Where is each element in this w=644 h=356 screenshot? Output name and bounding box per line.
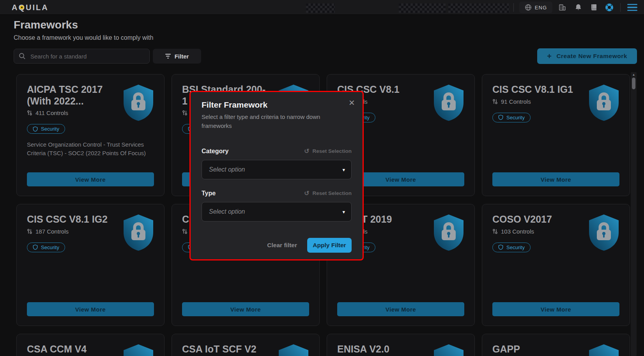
controls-icon (182, 228, 188, 234)
framework-card: ENISA V2.0 (327, 334, 475, 356)
search-box[interactable] (14, 49, 150, 64)
framework-card: CSA CCM V4 (16, 334, 165, 356)
view-more-button[interactable]: View More (27, 172, 154, 186)
top-bar: AQUILA ENG (0, 0, 644, 15)
framework-card: AICPA TSC 2017 (With 2022... 411 Control… (16, 74, 165, 196)
bell-icon (575, 4, 582, 11)
modal-title: Filter Framework (202, 100, 352, 110)
shield-outline-icon (498, 115, 503, 120)
shield-lock-icon (433, 344, 464, 356)
search-input[interactable] (30, 53, 145, 60)
search-icon (19, 53, 26, 60)
security-badge: Security (27, 124, 65, 134)
type-label: Type (202, 190, 216, 197)
chevron-down-icon: ▾ (342, 209, 345, 215)
shield-outline-icon (498, 244, 503, 250)
category-label: Category (202, 148, 228, 155)
shield-lock-icon (123, 84, 154, 122)
chevron-down-icon: ▾ (342, 167, 345, 173)
filter-icon (165, 54, 171, 58)
modal-subtitle: Select a filter type and criteria to nar… (202, 113, 352, 130)
shield-lock-icon (588, 84, 619, 122)
page-subtitle: Choose a framework you would like to com… (14, 34, 153, 41)
shield-lock-icon (123, 214, 154, 252)
controls-icon (182, 110, 188, 116)
view-more-button[interactable]: View More (27, 302, 154, 316)
organization-button[interactable] (555, 0, 570, 15)
logo-text: A (12, 3, 18, 12)
divider (620, 3, 621, 12)
security-badge: Security (492, 113, 531, 122)
divider (513, 3, 514, 12)
redacted-text-block (448, 4, 510, 13)
scrollbar[interactable]: ▲ (631, 72, 637, 356)
shield-lock-icon (433, 214, 464, 252)
scrollbar-thumb[interactable] (632, 78, 635, 89)
page-title: Frameworks (14, 19, 78, 31)
undo-icon: ↺ (304, 190, 309, 197)
framework-card: CIS CSC V8.1 IG1 91 Controls Security Vi… (482, 74, 630, 196)
type-select[interactable]: Select option ▾ (202, 202, 352, 221)
hamburger-icon (627, 4, 637, 5)
redacted-text-block (399, 4, 446, 13)
lifebuoy-icon (605, 3, 614, 12)
security-badge: Security (27, 243, 65, 252)
building-icon (559, 4, 566, 11)
controls-icon (27, 110, 32, 116)
view-more-button[interactable]: View More (337, 302, 464, 316)
language-label: ENG (535, 5, 547, 11)
shield-lock-icon (588, 214, 619, 252)
redacted-text-block (306, 4, 335, 13)
shield-outline-icon (33, 244, 38, 250)
view-more-button[interactable]: View More (182, 302, 309, 316)
framework-card: CSA IoT SCF V2 (172, 334, 320, 356)
support-button[interactable] (602, 0, 617, 15)
apply-filter-button[interactable]: Apply Filter (307, 238, 352, 253)
security-badge: Security (492, 243, 531, 252)
shield-lock-icon (588, 344, 619, 356)
framework-description: Service Organization Control - Trust Ser… (27, 140, 154, 158)
notifications-button[interactable] (570, 0, 586, 15)
category-select[interactable]: Select option ▾ (202, 160, 352, 179)
reset-type-button[interactable]: ↺ Reset Selection (304, 190, 352, 197)
scrollbar-up-arrow[interactable]: ▲ (631, 73, 637, 76)
framework-card: COSO V2017 103 Controls Security View Mo… (482, 204, 630, 326)
view-more-button[interactable]: View More (492, 172, 619, 186)
clear-filter-button[interactable]: Clear filter (267, 242, 297, 249)
filter-framework-modal: × Filter Framework Select a filter type … (189, 91, 364, 260)
globe-icon (525, 4, 532, 11)
framework-card: CIS CSC V8.1 IG2 187 Controls Security V… (16, 204, 165, 326)
undo-icon: ↺ (304, 147, 309, 155)
shield-lock-icon (123, 344, 154, 356)
aquila-logo[interactable]: AQUILA (12, 0, 49, 15)
book-icon (590, 4, 598, 11)
plus-icon: + (547, 52, 552, 61)
filter-button[interactable]: Filter (153, 49, 201, 64)
shield-lock-icon (433, 84, 464, 122)
controls-icon (492, 228, 498, 234)
view-more-button[interactable]: View More (492, 302, 619, 316)
language-selector[interactable]: ENG (519, 2, 552, 13)
logo-eye-icon (20, 5, 24, 9)
framework-card: GAPP (482, 334, 630, 356)
menu-button[interactable] (624, 0, 641, 15)
shield-outline-icon (33, 126, 38, 132)
shield-lock-icon (278, 344, 309, 356)
create-new-framework-button[interactable]: + Create New Framework (537, 48, 637, 64)
docs-button[interactable] (586, 0, 602, 15)
close-icon[interactable]: × (349, 97, 355, 108)
controls-icon (27, 228, 32, 234)
reset-category-button[interactable]: ↺ Reset Selection (304, 147, 352, 155)
controls-icon (492, 99, 498, 104)
